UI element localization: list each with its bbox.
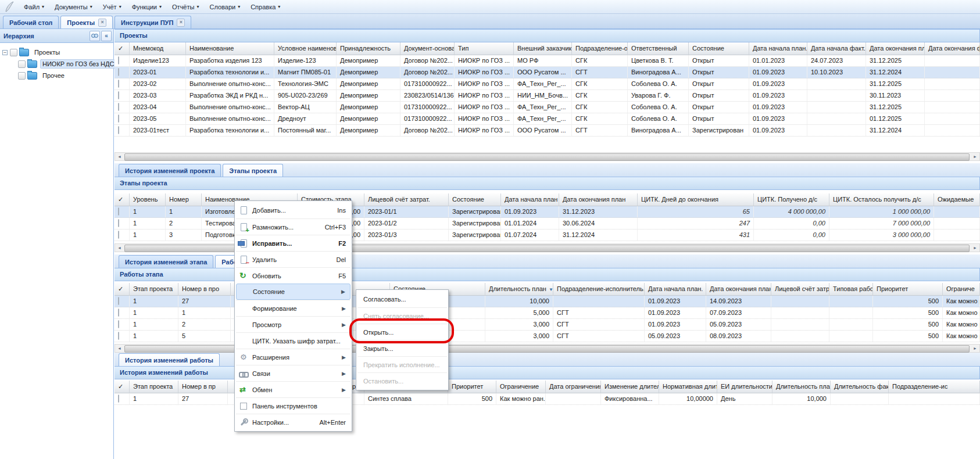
column-header[interactable]: Тип [455,42,514,55]
column-header[interactable]: Подразделение-от [572,42,628,55]
column-header[interactable]: Дата начала план. [645,283,706,296]
row-checkbox[interactable] [118,231,119,239]
collapse-panel-button[interactable]: « [101,31,112,41]
tree-expand-icon[interactable]: − [2,50,8,55]
column-header[interactable]: Номер [166,193,202,206]
column-header[interactable]: ✓ [115,42,130,55]
menubar-item[interactable]: Справка▾ [245,2,285,12]
column-header[interactable]: Дата начала план. [749,42,807,55]
scroll-left-icon[interactable]: ◄ [115,153,124,160]
menu-item-delete[interactable]: УдалитьDel [236,251,350,267]
scroll-right-icon[interactable]: ► [971,345,979,352]
column-header[interactable]: Уровень [130,193,166,206]
column-header[interactable]: Дата начала план [501,193,559,206]
tab-stage-history[interactable]: История изменений этапа [119,255,213,268]
column-header[interactable]: ЦИТК. Осталось получить д/с [829,193,934,206]
scroll-left-icon[interactable]: ◄ [115,244,124,252]
column-header[interactable]: Лицевой счёт затр [771,283,829,296]
submenu-item-approve[interactable]: Согласовать... [357,291,447,307]
menubar-item[interactable]: Файл▾ [19,2,49,12]
row-select-cell[interactable] [115,230,130,241]
row-select-cell[interactable] [115,67,130,78]
row-checkbox[interactable] [118,56,119,64]
column-header[interactable]: Ограничение [496,381,546,393]
column-header[interactable]: ЦИТК. Дней до окончания [638,193,754,206]
row-select-cell[interactable] [115,393,130,404]
menu-item-toolbar[interactable]: Панель инструментов [236,397,350,414]
row-select-cell[interactable] [115,307,130,318]
row-checkbox[interactable] [118,219,119,227]
column-header[interactable]: Длительность план▼ [485,283,553,296]
menubar-item[interactable]: Учёт▾ [98,2,127,12]
column-header[interactable]: Дата окончания план [706,283,771,296]
row-checkbox[interactable] [118,103,119,111]
column-header[interactable]: Номер в про [178,283,231,296]
column-header[interactable]: Дата ограничения [546,381,601,393]
tree-item-projects-root[interactable]: −Проекты [2,46,112,58]
row-checkbox[interactable] [118,297,119,305]
scroll-right-icon[interactable]: ► [971,244,979,252]
submenu-item-close[interactable]: Закрыть... [357,340,447,356]
row-checkbox[interactable] [118,309,119,317]
column-header[interactable]: Дата окончания ф [925,42,980,55]
row-select-cell[interactable] [115,206,130,217]
column-header[interactable]: Лицевой счёт затрат. [364,193,449,206]
tree-checkbox[interactable] [18,60,26,68]
submenu-item-open[interactable]: Открыть... [357,324,447,340]
row-select-cell[interactable] [115,218,130,229]
table-row[interactable]: 2023-05Выполнение опытно-конс...Дредноут… [115,113,980,125]
menu-item-state[interactable]: Состояние▶ [236,284,350,300]
menu-item-duplicate[interactable]: Размножить...Ctrl+F3 [236,218,350,235]
column-header[interactable]: Документ-основан [400,42,455,55]
column-header[interactable]: ✓ [115,283,130,296]
close-icon[interactable]: × [177,19,185,27]
column-header[interactable]: Подразделение-ис [889,381,980,393]
tree-checkbox[interactable] [18,72,26,80]
menu-item-extensions[interactable]: Расширения▶ [236,349,350,365]
row-checkbox[interactable] [118,320,119,328]
tab-pup-instructions[interactable]: Инструкции ПУП× [115,16,191,28]
row-select-cell[interactable] [115,55,130,66]
row-checkbox[interactable] [118,207,119,216]
column-header[interactable]: Наименование [186,42,274,55]
row-select-cell[interactable] [115,90,130,101]
menu-item-refresh[interactable]: ОбновитьF5 [236,267,350,284]
column-header[interactable]: Дата окончания пл [866,42,925,55]
row-select-cell[interactable] [115,113,130,124]
tree-checkbox[interactable] [10,49,17,56]
column-header[interactable]: Ограниче [943,283,980,296]
row-select-cell[interactable] [115,78,130,89]
row-select-cell[interactable] [115,125,130,136]
tab-work-history[interactable]: История изменений работы [119,353,220,366]
menubar-item[interactable]: Функции▾ [127,2,167,12]
column-header[interactable]: Этап проекта [130,283,178,296]
projects-hscrollbar[interactable]: ◄► [115,152,980,161]
menubar-item[interactable]: Документы▾ [49,2,98,12]
column-header[interactable]: Принадлежность [337,42,400,55]
table-row[interactable]: 2023-01тестРазработка технологии и...Пос… [115,125,980,137]
search-button[interactable] [90,31,100,41]
menu-item-formation[interactable]: Формирование▶ [236,300,350,316]
column-header[interactable]: Внешний заказчик [514,42,572,55]
row-checkbox[interactable] [118,80,119,88]
tab-projects[interactable]: Проекты× [60,16,113,28]
row-checkbox[interactable] [118,68,119,76]
column-header[interactable]: Нормативная длит [659,381,717,393]
row-select-cell[interactable] [115,331,130,342]
table-row[interactable]: 2023-01Разработка технологии и...Магнит … [115,67,980,78]
column-header[interactable]: Ответственный [628,42,689,55]
tree-item-niokr-goz[interactable]: НИОКР по ГОЗ без НДС [10,58,112,70]
table-row[interactable]: Изделие123Разработка изделия 123Изделие-… [115,55,980,67]
column-header[interactable]: Дата начала факт. [807,42,866,55]
tree-item-other[interactable]: Прочее [10,70,112,81]
row-checkbox[interactable] [118,126,119,134]
scroll-right-icon[interactable]: ► [971,153,979,160]
menu-item-add[interactable]: Добавить...Ins [236,202,350,218]
row-select-cell[interactable] [115,102,130,113]
column-header[interactable]: Дата окончания план [559,193,638,206]
table-row[interactable]: 2023-03Разработка ЭКД и РКД н...905-U020… [115,90,980,102]
menu-item-edit[interactable]: Исправить...F2 [236,235,350,251]
column-header[interactable]: Состояние [689,42,749,55]
column-header[interactable]: Состояние [449,193,501,206]
row-checkbox[interactable] [118,91,119,99]
